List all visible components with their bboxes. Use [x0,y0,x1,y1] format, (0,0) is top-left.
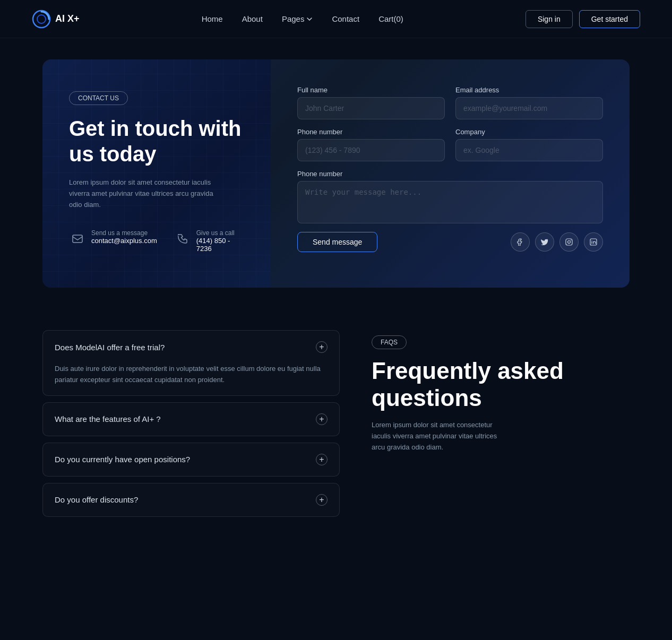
faq-question-text: Does ModelAI offer a free trial? [55,343,165,352]
nav-actions: Sign in Get started [525,10,640,28]
phone-info-text: Give us a call (414) 850 - 7236 [196,229,244,253]
phone-label: Give us a call [196,229,244,237]
contact-left: CONTACT US Get in touch with us today Lo… [42,59,271,288]
contact-description: Lorem ipsum dolor sit amet consectetur i… [69,177,218,210]
faq-item: Do you currently have open positions? + [42,443,340,477]
fullname-label: Full name [297,86,445,94]
contact-heading: Get in touch with us today [69,116,244,167]
nav-links: Home About Pages Contact Cart(0) [202,14,403,24]
facebook-button[interactable] [511,232,530,252]
faq-item: Do you offer discounts? + [42,483,340,517]
faq-title: Frequently asked questions [372,358,630,411]
facebook-icon [516,238,524,246]
faq-question-text: Do you offer discounts? [55,495,138,504]
email-icon [69,230,86,247]
company-group: Company [455,128,603,161]
signin-button[interactable]: Sign in [525,10,573,28]
company-label: Company [455,128,603,136]
phone-icon [174,230,191,247]
logo[interactable]: AI X+ [32,10,80,29]
nav-item-about[interactable]: About [242,14,263,24]
chevron-down-icon [306,16,313,22]
faq-toggle-icon: + [316,454,328,465]
faq-question[interactable]: Do you offer discounts? + [43,483,339,516]
faq-question[interactable]: Does ModelAI offer a free trial? + [43,331,339,364]
contact-info: Send us a message contact@aixplus.com Gi… [69,229,244,253]
nav-item-cart[interactable]: Cart(0) [378,14,403,24]
company-input[interactable] [455,139,603,161]
phone-input[interactable] [297,139,445,161]
faq-item: What are the features of AI+ ? + [42,402,340,436]
faq-questions: Does ModelAI offer a free trial? + Duis … [42,330,340,517]
linkedin-icon [590,238,597,246]
faq-item: Does ModelAI offer a free trial? + Duis … [42,330,340,396]
contact-form: Full name Email address Phone number Com… [297,86,603,252]
logo-icon [32,10,51,29]
svg-point-0 [33,11,50,28]
contact-email-item: Send us a message contact@aixplus.com [69,229,157,253]
email-input[interactable] [455,97,603,119]
fullname-input[interactable] [297,97,445,119]
faq-question-text: What are the features of AI+ ? [55,414,161,423]
form-bottom: Send message [297,232,603,252]
svg-point-5 [571,240,571,240]
faq-section: Does ModelAI offer a free trial? + Duis … [42,288,630,538]
form-row-2: Phone number Company [297,128,603,161]
fullname-group: Full name [297,86,445,119]
contact-section: CONTACT US Get in touch with us today Lo… [42,59,630,288]
message-group: Phone number [297,170,603,223]
email-value: contact@aixplus.com [91,237,157,245]
form-row-3: Phone number [297,170,603,223]
phone-label: Phone number [297,128,445,136]
linkedin-button[interactable] [584,232,603,252]
faq-question-text: Do you currently have open positions? [55,455,190,464]
contact-phone-item: Give us a call (414) 850 - 7236 [174,229,244,253]
instagram-button[interactable] [559,232,579,252]
message-label: Phone number [297,170,603,178]
getstarted-button[interactable]: Get started [579,10,640,28]
social-icons [511,232,603,252]
svg-point-1 [37,15,46,23]
faq-toggle-icon: + [316,341,328,353]
twitter-button[interactable] [535,232,554,252]
send-message-button[interactable]: Send message [297,232,377,252]
faqs-badge: FAQS [372,335,407,349]
phone-value: (414) 850 - 7236 [196,237,244,253]
email-label: Send us a message [91,229,157,237]
email-label: Email address [455,86,603,94]
logo-text: AI X+ [55,13,80,24]
svg-rect-2 [73,235,82,243]
faq-info: FAQS Frequently asked questions Lorem ip… [372,330,630,517]
faq-toggle-icon: + [316,413,328,425]
svg-rect-3 [566,239,572,245]
message-textarea[interactable] [297,181,603,223]
phone-group: Phone number [297,128,445,161]
nav-item-home[interactable]: Home [202,14,223,24]
email-info-text: Send us a message contact@aixplus.com [91,229,157,245]
faq-question[interactable]: What are the features of AI+ ? + [43,403,339,436]
email-group: Email address [455,86,603,119]
contact-badge: CONTACT US [69,91,128,105]
form-row-1: Full name Email address [297,86,603,119]
faq-question[interactable]: Do you currently have open positions? + [43,443,339,476]
instagram-icon [565,238,573,246]
nav-item-pages[interactable]: Pages [282,14,313,23]
faq-description: Lorem ipsum dolor sit amet consectetur i… [372,420,510,453]
main-content: CONTACT US Get in touch with us today Lo… [0,38,672,559]
nav-item-contact[interactable]: Contact [332,14,359,24]
faq-toggle-icon: + [316,494,328,506]
faq-answer: Duis aute irure dolor in reprehenderit i… [43,364,339,395]
twitter-icon [541,239,548,245]
contact-form-area: Full name Email address Phone number Com… [271,59,630,288]
navbar: AI X+ Home About Pages Contact Cart(0) S… [0,0,672,38]
svg-point-4 [568,241,571,244]
